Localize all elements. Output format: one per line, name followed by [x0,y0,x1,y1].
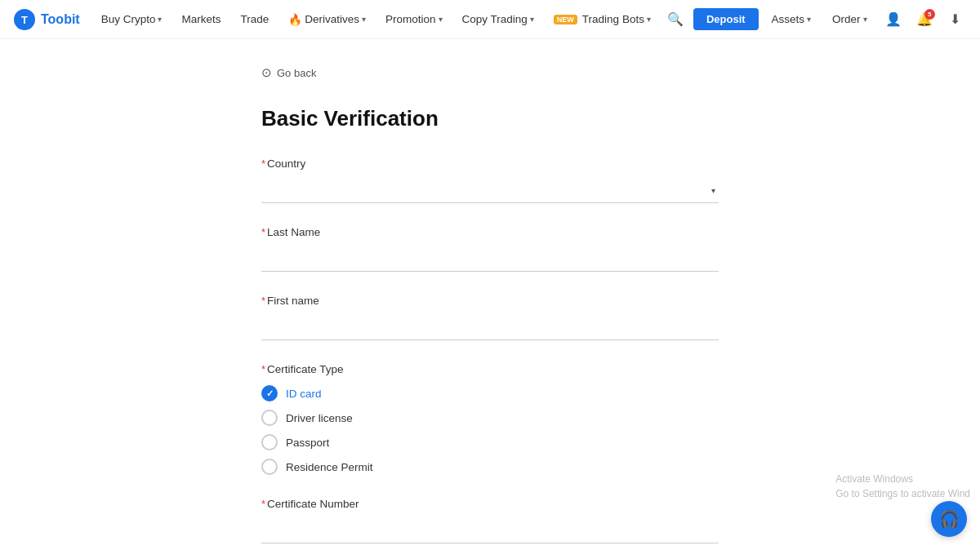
certificate-number-field-group: * Certificate Number [261,498,719,543]
order-chevron-icon: ▾ [863,15,867,24]
certificate-type-section: * Certificate Type ID card Driver licens… [261,363,719,475]
country-select[interactable]: United States China United Kingdom [261,176,719,203]
first-name-required-star: * [261,295,265,307]
country-label: * Country [261,157,719,170]
deposit-button[interactable]: Deposit [693,8,759,30]
certificate-number-label: * Certificate Number [261,498,719,510]
radio-residence-permit-icon [261,459,278,475]
assets-chevron-icon: ▾ [807,15,811,24]
nav-copy-trading[interactable]: Copy Trading ▾ [454,0,542,39]
radio-passport-label: Passport [286,437,329,449]
country-select-wrapper: United States China United Kingdom ▾ [261,176,719,203]
nav-derivatives[interactable]: 🔥 Derivatives ▾ [280,0,374,39]
go-back-button[interactable]: ⊙ Go back [261,65,719,80]
logo[interactable]: T Toobit [13,8,80,31]
search-button[interactable]: 🔍 [662,7,688,33]
certificate-type-label: * Certificate Type [261,363,719,375]
radio-residence-permit[interactable]: Residence Permit [261,459,719,475]
radio-driver-license-label: Driver license [286,412,353,424]
main-content: ⊙ Go back Basic Verification * Country U… [0,39,980,550]
first-name-input[interactable] [261,313,719,340]
first-name-field-group: * First name [261,295,719,340]
last-name-label: * Last Name [261,226,719,238]
certificate-number-input[interactable] [261,517,719,543]
nav-promotion[interactable]: Promotion ▾ [377,0,451,39]
country-required-star: * [261,157,265,170]
go-back-icon: ⊙ [261,65,272,80]
nav-order[interactable]: Order ▾ [824,0,875,39]
nav-buy-crypto[interactable]: Buy Crypto ▾ [93,0,171,39]
download-button[interactable]: ⬇ [942,7,969,33]
radio-id-card-icon [261,385,278,401]
copy-trading-chevron-icon: ▾ [530,15,534,24]
trading-bots-chevron-icon: ▾ [647,15,651,24]
profile-button[interactable]: 👤 [880,7,906,33]
support-button[interactable]: 🎧 [931,501,967,537]
certificate-type-options: ID card Driver license Passport Residenc… [261,385,719,475]
notification-badge: 5 [924,9,935,20]
radio-passport-icon [261,434,278,450]
nav-markets[interactable]: Markets [173,0,229,39]
derivatives-chevron-icon: ▾ [362,15,366,24]
content-area: ⊙ Go back Basic Verification * Country U… [245,65,735,550]
grid-menu-button[interactable]: ⊞ [973,7,980,33]
fire-icon: 🔥 [288,13,302,26]
nav-trade[interactable]: Trade [232,0,277,39]
last-name-field-group: * Last Name [261,226,719,272]
navbar: T Toobit Buy Crypto ▾ Markets Trade 🔥 De… [0,0,980,39]
radio-id-card-label: ID card [286,388,322,400]
radio-residence-permit-label: Residence Permit [286,461,373,473]
country-field-group: * Country United States China United Kin… [261,157,719,203]
radio-driver-license[interactable]: Driver license [261,410,719,426]
last-name-required-star: * [261,226,265,238]
promotion-chevron-icon: ▾ [439,15,443,24]
nav-assets[interactable]: Assets ▾ [764,0,820,39]
radio-driver-license-icon [261,410,278,426]
nav-right: 🔍 Deposit Assets ▾ Order ▾ 👤 🔔 5 ⬇ ⊞ [662,0,980,39]
logo-text: Toobit [41,12,80,27]
new-badge: NEW [554,15,577,24]
page-title: Basic Verification [261,106,719,131]
cert-type-required-star: * [261,363,265,375]
notification-button[interactable]: 🔔 5 [911,7,938,33]
radio-id-card[interactable]: ID card [261,385,719,401]
cert-number-required-star: * [261,498,265,510]
first-name-label: * First name [261,295,719,307]
svg-text:T: T [21,14,28,26]
buy-crypto-chevron-icon: ▾ [158,15,162,24]
last-name-input[interactable] [261,245,719,272]
nav-trading-bots[interactable]: NEW Trading Bots ▾ [546,0,659,39]
support-icon: 🎧 [939,509,960,529]
radio-passport[interactable]: Passport [261,434,719,450]
